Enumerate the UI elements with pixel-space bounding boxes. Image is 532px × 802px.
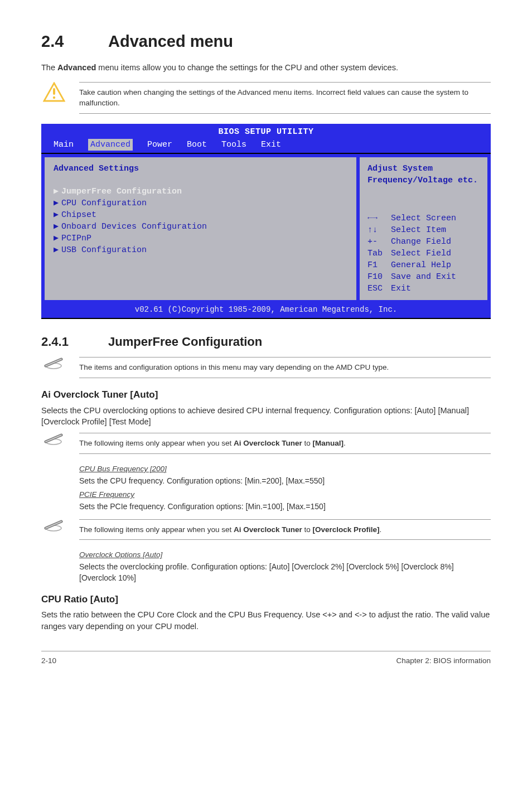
bios-tab-exit[interactable]: Exit	[261, 139, 281, 151]
bios-menubar: Main Advanced Power Boot Tools Exit	[41, 138, 491, 153]
bios-item-chipset[interactable]: ▶Chipset	[54, 209, 347, 221]
page-footer: 2-10 Chapter 2: BIOS information	[41, 651, 491, 666]
overclock-opts-body: Selects the overclocking profile. Config…	[79, 562, 491, 583]
bios-tab-power[interactable]: Power	[147, 139, 172, 151]
caution-icon	[41, 82, 67, 102]
subsection-heading: 2.4.1JumperFree Configuration	[41, 334, 491, 351]
bios-left-pane: Advanced Settings ▶JumperFree Configurat…	[41, 154, 358, 303]
chapter-label: Chapter 2: BIOS information	[396, 656, 491, 666]
bios-right-pane: Adjust System Frequency/Voltage etc. ←→S…	[358, 154, 491, 303]
section-number: 2.4	[41, 30, 108, 53]
note-jumperfree: The items and configuration options in t…	[41, 357, 491, 378]
section-intro: The Advanced menu items allow you to cha…	[41, 62, 491, 73]
caution-callout: Take caution when changing the settings …	[41, 82, 491, 114]
bios-tab-advanced[interactable]: Advanced	[88, 139, 133, 151]
bios-item-cpu-config[interactable]: ▶CPU Configuration	[54, 197, 347, 209]
pcie-heading: PCIE Frequency	[79, 490, 491, 500]
bios-item-onboard[interactable]: ▶Onboard Devices Configuration	[54, 221, 347, 233]
note-icon	[41, 519, 67, 536]
bios-tab-tools[interactable]: Tools	[221, 139, 246, 151]
bios-setup-panel: BIOS SETUP UTILITY Main Advanced Power B…	[41, 124, 491, 319]
bios-title: BIOS SETUP UTILITY	[41, 124, 491, 138]
overclock-opts-heading: Overclock Options [Auto]	[79, 550, 491, 561]
overclock-opts-block: Overclock Options [Auto] Selects the ove…	[79, 550, 491, 583]
svg-point-2	[53, 96, 55, 99]
ai-tuner-heading: Ai Overclock Tuner [Auto]	[41, 388, 491, 402]
section-title-text: Advanced menu	[108, 32, 233, 50]
cpu-bus-body: Sets the CPU frequency. Configuration op…	[79, 476, 491, 487]
bios-help-keys: ←→Select Screen ↑↓Select Item +-Change F…	[367, 212, 480, 294]
note-manual-text: The following items only appear when you…	[79, 433, 491, 454]
bios-item-usb-config[interactable]: ▶USB Configuration	[54, 244, 347, 256]
bios-item-pcipnp[interactable]: ▶PCIPnP	[54, 233, 347, 244]
bios-tab-boot[interactable]: Boot	[187, 139, 207, 151]
note-icon	[41, 433, 67, 450]
bios-footer: v02.61 (C)Copyright 1985-2009, American …	[41, 303, 491, 318]
cpu-ratio-body: Sets the ratio between the CPU Core Cloc…	[41, 609, 491, 632]
caution-text: Take caution when changing the settings …	[79, 82, 491, 114]
note-manual: The following items only appear when you…	[41, 433, 491, 454]
note-jumperfree-text: The items and configuration options in t…	[79, 357, 491, 378]
subsection-number: 2.4.1	[41, 334, 108, 351]
note-icon	[41, 357, 67, 374]
subsection-title: JumperFree Configuration	[108, 335, 262, 349]
bios-left-heading: Advanced Settings	[54, 163, 347, 175]
cpu-bus-heading: CPU Bus Frequency [200]	[79, 464, 491, 475]
svg-rect-1	[53, 88, 55, 95]
page-number: 2-10	[41, 656, 56, 666]
bios-item-jumperfree[interactable]: ▶JumperFree Configuration	[54, 186, 347, 197]
note-profile: The following items only appear when you…	[41, 519, 491, 540]
cpu-bus-block: CPU Bus Frequency [200] Sets the CPU fre…	[79, 464, 491, 513]
bios-right-top: Adjust System Frequency/Voltage etc.	[367, 163, 480, 186]
bios-tab-main[interactable]: Main	[54, 139, 74, 151]
note-profile-text: The following items only appear when you…	[79, 519, 491, 540]
cpu-ratio-heading: CPU Ratio [Auto]	[41, 593, 491, 606]
pcie-body: Sets the PCIe frequency. Configuration o…	[79, 501, 491, 513]
ai-tuner-body: Selects the CPU overclocking options to …	[41, 405, 491, 428]
section-heading: 2.4Advanced menu	[41, 30, 491, 53]
